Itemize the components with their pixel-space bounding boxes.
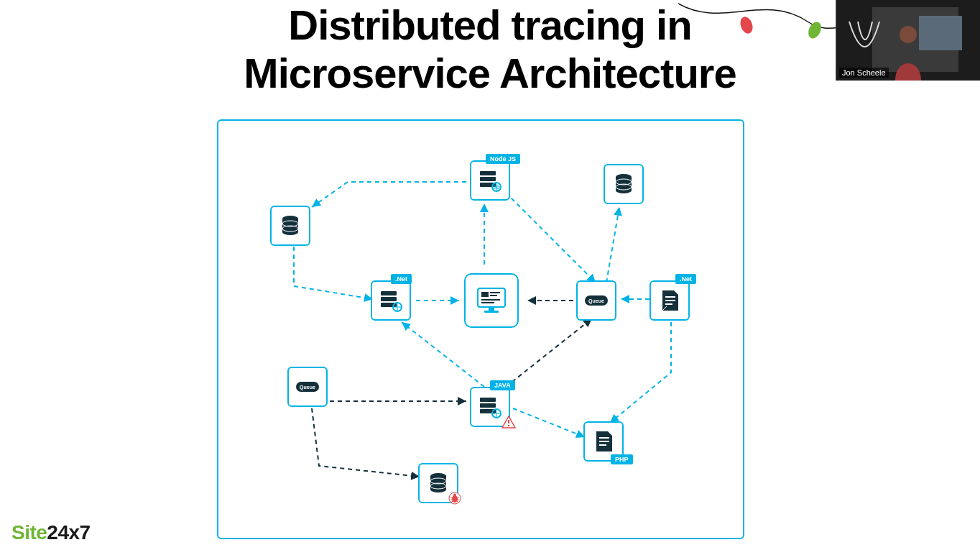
node-client-monitor <box>464 273 519 328</box>
svg-point-41 <box>453 494 456 497</box>
svg-rect-34 <box>599 441 609 442</box>
label-nodejs: Node JS <box>486 154 520 164</box>
queue-pill: Queue <box>296 382 319 392</box>
svg-rect-3 <box>480 177 496 181</box>
svg-rect-24 <box>665 296 675 298</box>
file-icon <box>593 430 614 453</box>
svg-rect-17 <box>481 292 489 297</box>
bug-icon <box>448 492 461 505</box>
node-queue-right: Queue <box>576 280 616 321</box>
svg-rect-28 <box>480 403 496 408</box>
architecture-diagram: Node JS .Net <box>217 119 744 539</box>
svg-rect-25 <box>665 300 675 301</box>
svg-rect-18 <box>490 292 500 293</box>
svg-rect-35 <box>599 444 606 446</box>
node-service-nodejs <box>470 160 510 201</box>
database-icon <box>428 472 448 494</box>
svg-rect-12 <box>381 291 397 295</box>
speaker-name-label: Jon Scheele <box>839 68 889 78</box>
svg-rect-21 <box>481 302 494 303</box>
node-database-right <box>604 164 644 204</box>
svg-rect-2 <box>480 171 496 175</box>
node-service-net-left <box>371 280 411 321</box>
node-queue-left: Queue <box>287 367 328 407</box>
server-web-icon <box>379 289 402 312</box>
slide-title: Distributed tracing in Microservice Arch… <box>0 1 980 97</box>
label-net-right: .Net <box>675 274 696 284</box>
svg-rect-31 <box>508 420 509 423</box>
svg-rect-44 <box>919 16 962 50</box>
svg-rect-16 <box>478 288 505 307</box>
svg-rect-33 <box>599 437 609 439</box>
node-database-left <box>270 206 310 246</box>
node-file-net-right <box>650 280 690 321</box>
label-java: JAVA <box>490 380 515 390</box>
svg-rect-19 <box>490 295 497 296</box>
title-line-1: Distributed tracing in <box>288 1 691 48</box>
svg-rect-22 <box>489 308 494 311</box>
svg-rect-23 <box>484 311 499 313</box>
svg-rect-32 <box>508 425 509 426</box>
alert-icon <box>501 416 516 428</box>
queue-pill: Queue <box>585 295 608 306</box>
title-line-2: Microservice Architecture <box>244 50 736 96</box>
label-net-left: .Net <box>391 274 412 284</box>
svg-rect-27 <box>480 398 496 402</box>
server-web-icon <box>479 395 501 418</box>
svg-point-45 <box>900 26 917 43</box>
file-icon <box>660 289 680 312</box>
server-web-icon <box>479 169 501 192</box>
brand-logo: Site24x7 <box>11 521 91 544</box>
speaker-video-thumbnail: Jon Scheele <box>836 0 980 81</box>
database-icon <box>614 173 634 195</box>
monitor-icon <box>476 286 507 315</box>
svg-rect-13 <box>381 297 397 301</box>
svg-rect-20 <box>481 299 500 301</box>
svg-rect-26 <box>665 303 672 305</box>
label-php: PHP <box>611 454 633 464</box>
database-icon <box>280 215 300 237</box>
logo-part-site: Site <box>11 521 47 544</box>
logo-part-24x7: 24x7 <box>47 521 90 544</box>
